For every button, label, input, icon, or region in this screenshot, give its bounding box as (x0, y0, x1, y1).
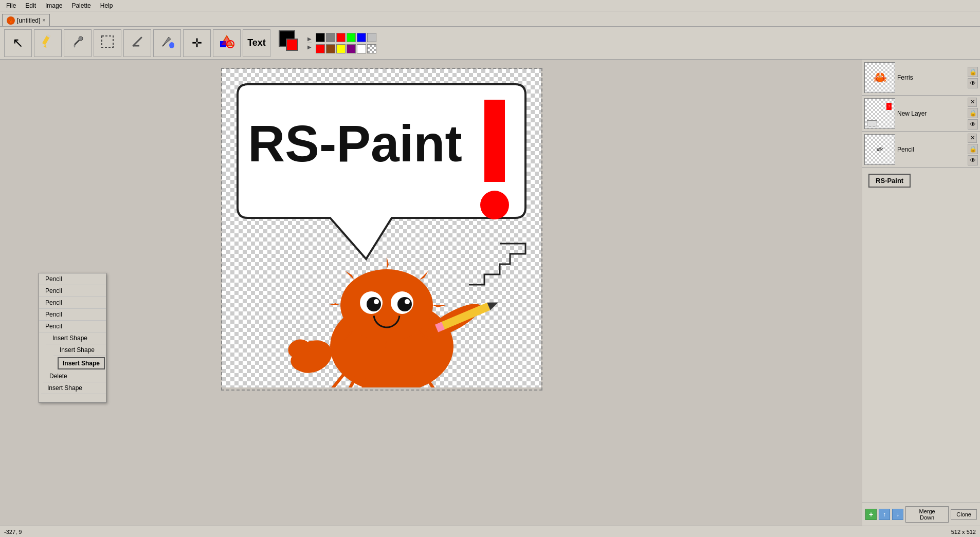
ctx-insert-shape-1[interactable]: Insert Shape (46, 332, 106, 344)
swatch-brown[interactable] (326, 44, 335, 53)
layers-panel: 🦀 Ferris 🔒 👁 ! New Layer ✕ 🔒 👁 (862, 60, 980, 526)
svg-marker-7 (74, 45, 76, 48)
swatch-green[interactable] (347, 33, 356, 42)
color-arrows: ▶ ▶ (307, 36, 312, 50)
menu-edit[interactable]: Edit (21, 1, 40, 10)
canvas-dimensions: 512 x 512 (951, 529, 976, 535)
arrow-bottom: ▶ (307, 44, 312, 50)
clone-button[interactable]: Clone (951, 509, 977, 520)
layer-pencil-visible[interactable]: 👁 (968, 155, 978, 165)
swatch-transparent[interactable] (367, 44, 376, 53)
eyedropper-tool[interactable] (64, 29, 92, 57)
document-tab[interactable]: 🦀 [untitled] × (2, 14, 50, 26)
layer-new-thumb: ! (864, 98, 895, 129)
layer-pencil-close[interactable]: ✕ (968, 134, 977, 143)
swatch-black[interactable] (316, 33, 325, 42)
svg-text:🦀: 🦀 (8, 18, 13, 24)
svg-line-9 (133, 38, 141, 46)
text-tool-label: Text (247, 38, 266, 48)
ctx-insert-shape-2[interactable]: Insert Shape (53, 344, 106, 356)
swatch-red2[interactable] (316, 44, 325, 53)
layer-pencil-thumb: ✏ (864, 134, 895, 165)
menu-file[interactable]: File (2, 1, 20, 10)
layer-pencil-actions: ✕ 🔒 👁 (968, 134, 978, 165)
layer-bottom-bar: + ↑ ↓ Merge Down Clone (862, 503, 980, 526)
pencil-icon (41, 34, 55, 52)
cursor-coords: -327, 9 (4, 529, 22, 535)
layer-new-close[interactable]: ✕ (968, 98, 977, 107)
move-layer-down-button[interactable]: ↓ (892, 509, 903, 520)
layer-new-visible[interactable]: 👁 (968, 119, 978, 129)
secondary-color[interactable] (286, 39, 298, 51)
shapes-tool[interactable] (213, 29, 241, 57)
select-tool[interactable]: ↖ (4, 29, 32, 57)
select-icon: ↖ (12, 35, 24, 51)
ctx-delete[interactable]: Delete (43, 371, 106, 382)
status-bar: -327, 9 512 x 512 (0, 526, 980, 537)
arrow-top: ▶ (307, 36, 312, 42)
svg-point-11 (169, 42, 174, 48)
move-tool[interactable]: ✛ (183, 29, 211, 57)
svg-rect-8 (102, 36, 113, 47)
move-layer-up-button[interactable]: ↑ (879, 509, 890, 520)
ctx-insert-shape-3[interactable]: Insert Shape (58, 357, 105, 369)
ctx-pencil-5[interactable]: Pencil (39, 321, 106, 332)
tab-close-button[interactable]: × (42, 17, 45, 23)
svg-point-6 (79, 36, 83, 41)
layer-ferris-lock[interactable]: 🔒 (968, 67, 978, 77)
toolbar: ↖ (0, 27, 980, 60)
fill-tool[interactable] (153, 29, 181, 57)
swatch-red[interactable] (336, 33, 346, 42)
move-icon: ✛ (192, 36, 202, 50)
ctx-pencil-4[interactable]: Pencil (39, 309, 106, 321)
layer-ferris[interactable]: 🦀 Ferris 🔒 👁 (862, 60, 980, 96)
layer-ferris-thumb: 🦀 (864, 62, 895, 93)
layer-new-actions: ✕ 🔒 👁 (968, 98, 978, 129)
layer-ferris-visible[interactable]: 👁 (968, 78, 978, 88)
swatch-yellow[interactable] (336, 44, 346, 53)
menu-palette[interactable]: Palette (67, 1, 95, 10)
main-area: Pencil Pencil Pencil Pencil Pencil Inser… (0, 60, 980, 526)
ctx-pencil-2[interactable]: Pencil (39, 285, 106, 297)
tab-icon: 🦀 (7, 16, 15, 25)
eraser-tool[interactable] (123, 29, 151, 57)
paint-canvas[interactable] (222, 69, 541, 387)
shapes-icon (219, 34, 234, 52)
layer-ferris-name: Ferris (897, 74, 966, 81)
layer-new-lock[interactable]: 🔒 (968, 108, 978, 118)
color-selector (279, 30, 304, 56)
ctx-pencil-1[interactable]: Pencil (39, 273, 106, 285)
swatch-blue[interactable] (357, 33, 366, 42)
swatch-lightgray[interactable] (367, 33, 376, 42)
fill-icon (159, 34, 175, 52)
menu-help[interactable]: Help (96, 1, 117, 10)
selection-tool[interactable] (94, 29, 121, 57)
merge-down-button[interactable]: Merge Down (905, 506, 949, 523)
color-palette (316, 33, 376, 53)
layer-new[interactable]: ! New Layer ✕ 🔒 👁 (862, 96, 980, 132)
layer-ferris-actions: 🔒 👁 (968, 67, 978, 88)
swatch-white[interactable] (357, 44, 366, 53)
layer-pencil-lock[interactable]: 🔒 (968, 144, 978, 154)
rs-paint-label: RS-Paint (868, 174, 911, 188)
tab-title: [untitled] (17, 17, 40, 24)
menu-image[interactable]: Image (41, 1, 66, 10)
text-tool[interactable]: Text (243, 29, 270, 57)
layer-pencil-name: Pencil (897, 146, 966, 153)
canvas-area[interactable]: Pencil Pencil Pencil Pencil Pencil Inser… (0, 60, 862, 526)
swatch-purple[interactable] (347, 44, 356, 53)
rs-paint-section: RS-Paint (862, 168, 980, 191)
menu-bar: File Edit Image Palette Help (0, 0, 980, 11)
context-menu: Pencil Pencil Pencil Pencil Pencil Inser… (39, 273, 106, 403)
swatch-gray[interactable] (326, 33, 335, 42)
svg-marker-3 (43, 44, 48, 47)
ctx-pencil-3[interactable]: Pencil (39, 297, 106, 309)
eraser-icon (130, 34, 144, 52)
layer-new-name: New Layer (897, 110, 966, 117)
pencil-tool[interactable] (34, 29, 62, 57)
add-layer-button[interactable]: + (865, 509, 877, 520)
ctx-insert-shape-4[interactable]: Insert Shape (41, 382, 106, 394)
tab-bar: 🦀 [untitled] × (0, 11, 980, 27)
layer-pencil[interactable]: ✏ Pencil ✕ 🔒 👁 (862, 132, 980, 168)
canvas-container[interactable] (221, 68, 542, 391)
